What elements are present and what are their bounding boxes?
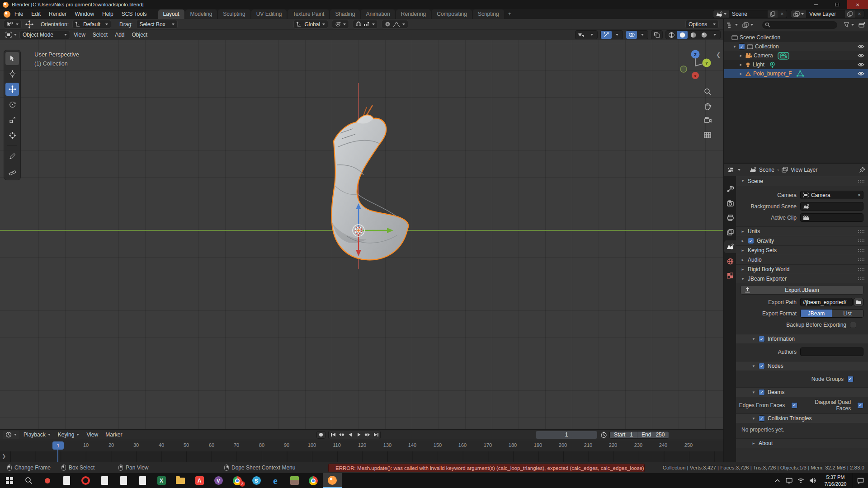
zoom-view-icon[interactable] — [701, 88, 714, 96]
tab-layout[interactable]: Layout — [158, 9, 184, 19]
background-scene-field[interactable] — [800, 202, 863, 211]
end-frame-field[interactable]: End250 — [637, 432, 669, 438]
current-frame-field[interactable]: 1 — [536, 431, 597, 439]
tool-rotate[interactable] — [5, 98, 19, 111]
eye-icon[interactable] — [858, 44, 864, 49]
node-groups-checkbox[interactable]: ✓ — [847, 376, 854, 382]
chevron-down-icon[interactable] — [738, 169, 741, 171]
browse-folder-button[interactable] — [854, 298, 863, 306]
chevron-down-icon[interactable] — [709, 31, 720, 39]
shading-wireframe-icon[interactable] — [666, 31, 677, 39]
menu-file[interactable]: File — [10, 9, 27, 19]
chevron-down-icon[interactable] — [735, 24, 738, 26]
tool-transform[interactable] — [5, 129, 19, 142]
record-button[interactable] — [316, 431, 326, 439]
clear-icon[interactable]: × — [858, 192, 861, 198]
menu-select[interactable]: Select — [89, 32, 111, 38]
move-gizmo[interactable] — [335, 198, 425, 266]
axis-neg-y-ball[interactable] — [680, 66, 687, 72]
taskbar-blender-active[interactable] — [323, 473, 342, 488]
drag-handle-icon[interactable] — [858, 258, 864, 262]
shading-material-icon[interactable] — [688, 31, 698, 39]
play-button[interactable] — [354, 431, 363, 439]
outliner-row-light[interactable]: ► Light — [724, 60, 868, 69]
menu-scs-tools[interactable]: SCS Tools — [118, 9, 151, 19]
snap-toggle-group[interactable] — [353, 20, 378, 28]
taskbar-app-red-dot[interactable] — [38, 473, 57, 488]
disclosure-triangle-icon[interactable]: ▼ — [732, 45, 737, 49]
taskbar-minecraft[interactable] — [285, 473, 304, 488]
chevron-down-icon[interactable] — [586, 31, 597, 39]
tab-scripting[interactable]: Scripting — [473, 9, 504, 19]
panel-gravity[interactable]: ► ✓ Gravity — [736, 236, 868, 245]
taskbar-document-1[interactable] — [95, 473, 114, 488]
use-preview-range-icon[interactable] — [600, 432, 607, 438]
timeline-tracks[interactable]: ❯ — [0, 451, 723, 462]
menu-keying[interactable]: Keying — [55, 432, 83, 438]
tool-measure[interactable] — [5, 165, 19, 178]
toggle-ortho-icon[interactable] — [701, 131, 714, 139]
tab-sculpting[interactable]: Sculpting — [218, 9, 250, 19]
shading-rendered-icon[interactable] — [698, 31, 709, 39]
panel-nodes[interactable]: ▼ ✓ Nodes — [736, 361, 868, 371]
edges-from-faces-checkbox[interactable]: ✓ — [791, 402, 797, 408]
menu-view[interactable]: View — [83, 432, 101, 438]
mesh-data-icon[interactable] — [796, 70, 804, 77]
panel-collision-triangles[interactable]: ▼ ✓ Collision Triangles — [736, 413, 868, 423]
action-center-button[interactable] — [853, 473, 868, 488]
taskbar-excel[interactable]: X — [152, 473, 171, 488]
expand-panel-icon[interactable]: ❯ — [2, 453, 6, 459]
panel-rigid-body-world[interactable]: ► Rigid Body World — [736, 264, 868, 274]
breadcrumb-scene[interactable]: Scene — [759, 167, 774, 173]
next-keyframe-button[interactable] — [363, 431, 372, 439]
tab-render[interactable] — [724, 197, 736, 210]
tab-tool[interactable] — [724, 183, 736, 195]
outliner-row-collection[interactable]: ▼ ✓ Collection — [724, 42, 868, 51]
export-jbeam-button[interactable]: Export JBeam — [741, 285, 863, 295]
pan-view-icon[interactable] — [701, 102, 714, 110]
collapse-panel-icon[interactable]: ❮ — [716, 52, 721, 58]
gizmo-z-arrow[interactable] — [356, 203, 361, 209]
outliner-row-camera[interactable]: ► Camera — [724, 51, 868, 60]
current-frame-line[interactable] — [57, 450, 58, 462]
drag-handle-icon[interactable] — [858, 267, 864, 271]
panel-information[interactable]: ▼ ✓ Information — [736, 334, 868, 343]
start-button[interactable] — [0, 473, 19, 488]
information-checkbox[interactable]: ✓ — [759, 336, 765, 342]
tray-volume-icon[interactable] — [807, 473, 818, 488]
timeline-editor-dropdown[interactable] — [3, 431, 19, 439]
tab-animation[interactable]: Animation — [361, 9, 395, 19]
add-workspace-button[interactable]: + — [505, 9, 514, 19]
drag-handle-icon[interactable] — [858, 249, 864, 252]
taskbar-document-2[interactable] — [114, 473, 133, 488]
panel-keying-sets[interactable]: ► Keying Sets — [736, 245, 868, 255]
menu-edit[interactable]: Edit — [27, 9, 45, 19]
tab-world[interactable] — [724, 255, 736, 267]
orientation-dropdown[interactable]: Default — [72, 20, 111, 28]
chevron-down-icon[interactable] — [637, 31, 648, 39]
tab-compositing[interactable]: Compositing — [432, 9, 472, 19]
play-reverse-button[interactable] — [346, 431, 354, 439]
pin-icon[interactable] — [859, 167, 865, 173]
tab-shading[interactable]: Shading — [330, 9, 360, 19]
remove-view-layer-icon[interactable]: × — [855, 10, 864, 18]
drag-handle-icon[interactable] — [858, 230, 864, 233]
show-object-types-icon[interactable] — [576, 31, 586, 39]
drag-handle-icon[interactable] — [858, 277, 864, 281]
taskbar-anydesk[interactable]: A — [190, 473, 209, 488]
collision-triangles-checkbox[interactable]: ✓ — [759, 415, 765, 422]
timeline-ruler[interactable]: 1 10 20 30 40 50 60 70 80 90 100 110 120… — [0, 440, 723, 451]
disclosure-triangle-icon[interactable]: ► — [739, 72, 743, 76]
taskbar-chrome[interactable]: 3 — [228, 473, 247, 488]
disclosure-triangle-icon[interactable]: ► — [739, 54, 743, 58]
eye-icon[interactable] — [858, 71, 864, 76]
gravity-checkbox[interactable]: ✓ — [748, 238, 754, 244]
eye-icon[interactable] — [858, 62, 864, 67]
outliner-row-scene-collection[interactable]: Scene Collection — [724, 33, 868, 42]
options-dropdown[interactable]: Options — [685, 20, 719, 28]
outliner-row-polo-bumper[interactable]: ► Polo_bumper_F — [724, 69, 868, 78]
panel-scene[interactable]: ▼ Scene — [736, 176, 868, 186]
taskbar-clock[interactable]: 5:37 PM 7/16/2020 — [818, 474, 853, 487]
tool-cursor[interactable] — [5, 67, 19, 80]
pivot-point-dropdown[interactable] — [332, 20, 349, 28]
